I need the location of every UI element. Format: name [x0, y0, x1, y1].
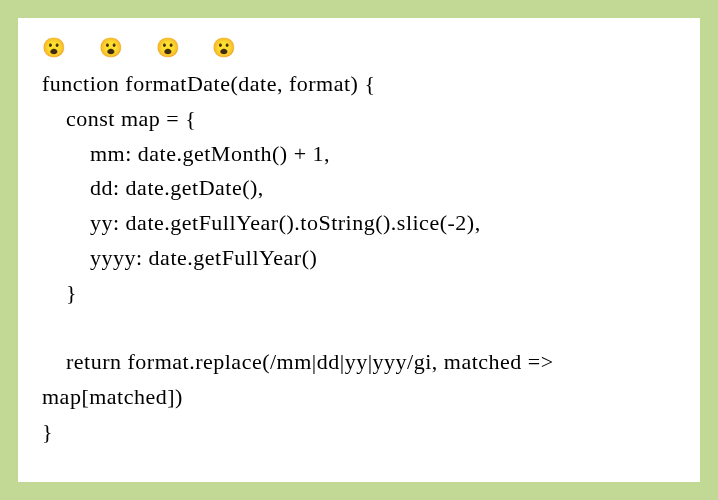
code-line: mm: date.getMonth() + 1,	[42, 141, 330, 166]
code-line: return format.replace(/mm|dd|yy|yyy/gi, …	[42, 349, 560, 409]
code-snippet-container: 😮 😮 😮 😮 function formatDate(date, format…	[18, 18, 700, 482]
code-line: const map = {	[42, 106, 196, 131]
emoji-decoration: 😮 😮 😮 😮	[42, 36, 676, 59]
code-line: function formatDate(date, format) {	[42, 71, 375, 96]
code-line: dd: date.getDate(),	[42, 175, 264, 200]
code-line: }	[42, 280, 77, 305]
code-line: yy: date.getFullYear().toString().slice(…	[42, 210, 481, 235]
code-line: yyyy: date.getFullYear()	[42, 245, 317, 270]
code-block: function formatDate(date, format) { cons…	[42, 67, 676, 449]
code-line: }	[42, 419, 53, 444]
